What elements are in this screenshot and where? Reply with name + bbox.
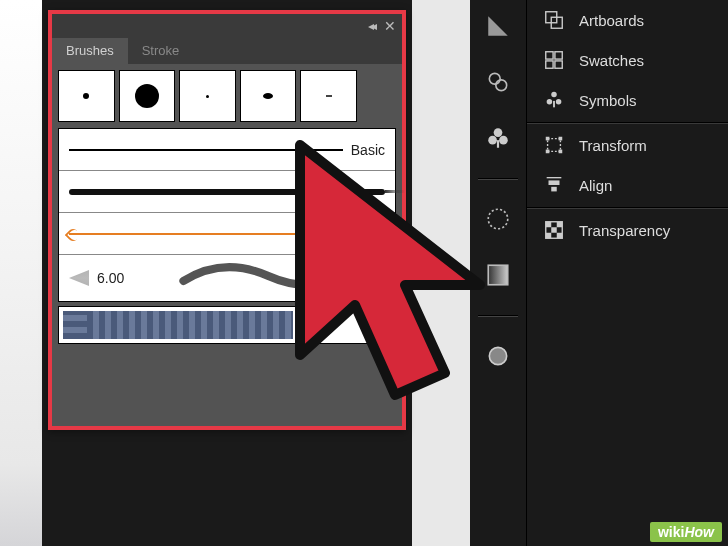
svg-point-6 bbox=[488, 209, 508, 229]
svg-point-0 bbox=[489, 73, 500, 84]
wikihow-watermark: wikiHow bbox=[650, 522, 722, 542]
brush-swatch-tiny-round[interactable] bbox=[179, 70, 236, 122]
svg-rect-30 bbox=[557, 222, 563, 228]
panel-tabs: Brushes Stroke bbox=[52, 38, 402, 64]
menu-artboards[interactable]: Artboards bbox=[527, 0, 728, 40]
wave-preview bbox=[152, 261, 385, 295]
links-icon[interactable] bbox=[482, 66, 514, 98]
brush-basic[interactable]: Basic bbox=[59, 129, 395, 171]
menu-label: Align bbox=[579, 177, 612, 194]
menu-transparency[interactable]: Transparency bbox=[527, 210, 728, 250]
appearance-icon[interactable] bbox=[482, 340, 514, 372]
svg-point-18 bbox=[556, 99, 562, 105]
svg-rect-23 bbox=[546, 150, 550, 154]
svg-rect-20 bbox=[548, 139, 561, 152]
collapse-icon[interactable]: ◂◂ bbox=[368, 19, 374, 33]
brush-swatch-flat[interactable] bbox=[300, 70, 357, 122]
brush-width-profile[interactable]: 6.00 bbox=[59, 255, 395, 301]
arrow-line-icon bbox=[69, 233, 385, 235]
transparency-icon bbox=[543, 219, 565, 241]
brushes-panel: ◂◂ ✕ Brushes Stroke Basic 6.00 bbox=[48, 10, 406, 430]
svg-rect-22 bbox=[559, 137, 563, 141]
menu-label: Transparency bbox=[579, 222, 670, 239]
menu-label: Transform bbox=[579, 137, 647, 154]
panel-header: ◂◂ ✕ bbox=[52, 14, 402, 38]
tool-divider bbox=[478, 315, 518, 316]
svg-point-4 bbox=[499, 136, 508, 145]
stroke-dashed-icon[interactable] bbox=[482, 203, 514, 235]
right-dock: Artboards Swatches Symbols Transform Ali… bbox=[470, 0, 728, 546]
svg-point-1 bbox=[496, 80, 507, 91]
transform-icon bbox=[543, 134, 565, 156]
brush-swatch-row bbox=[58, 70, 396, 122]
brush-swatch-small-round[interactable] bbox=[58, 70, 115, 122]
svg-rect-5 bbox=[497, 140, 499, 148]
charcoal-icon bbox=[69, 189, 385, 195]
artboards-icon bbox=[543, 9, 565, 31]
svg-point-3 bbox=[488, 136, 497, 145]
close-icon[interactable]: ✕ bbox=[384, 18, 396, 34]
svg-rect-24 bbox=[559, 150, 563, 154]
svg-rect-19 bbox=[553, 101, 555, 107]
watermark-suffix: How bbox=[684, 524, 714, 540]
line-icon bbox=[69, 149, 343, 151]
svg-rect-21 bbox=[546, 137, 550, 141]
menu-label: Symbols bbox=[579, 92, 637, 109]
tab-stroke[interactable]: Stroke bbox=[128, 38, 194, 64]
dock-gap bbox=[412, 0, 470, 546]
svg-rect-33 bbox=[557, 233, 563, 239]
svg-point-2 bbox=[494, 128, 503, 137]
svg-rect-7 bbox=[488, 265, 508, 285]
brush-pattern-border[interactable] bbox=[58, 306, 396, 344]
pattern-preview-icon bbox=[63, 311, 293, 339]
tool-icon-column bbox=[470, 0, 526, 546]
brush-list: Basic 6.00 bbox=[58, 128, 396, 302]
svg-rect-27 bbox=[551, 187, 557, 192]
svg-rect-32 bbox=[546, 233, 552, 239]
svg-rect-13 bbox=[555, 52, 562, 59]
menu-divider bbox=[527, 122, 728, 123]
brush-basic-label: Basic bbox=[351, 142, 385, 158]
svg-rect-15 bbox=[555, 61, 562, 68]
menu-swatches[interactable]: Swatches bbox=[527, 40, 728, 80]
swatches-icon bbox=[543, 49, 565, 71]
svg-point-17 bbox=[547, 99, 553, 105]
tool-divider bbox=[478, 178, 518, 179]
brush-charcoal[interactable] bbox=[59, 171, 395, 213]
menu-align[interactable]: Align bbox=[527, 165, 728, 205]
menu-label: Artboards bbox=[579, 12, 644, 29]
menu-divider bbox=[527, 207, 728, 208]
menu-column: Artboards Swatches Symbols Transform Ali… bbox=[526, 0, 728, 546]
svg-rect-31 bbox=[551, 227, 557, 233]
svg-rect-14 bbox=[546, 61, 553, 68]
menu-transform[interactable]: Transform bbox=[527, 125, 728, 165]
svg-point-16 bbox=[551, 92, 557, 98]
color-guide-icon[interactable] bbox=[482, 10, 514, 42]
menu-symbols[interactable]: Symbols bbox=[527, 80, 728, 120]
brush-swatch-oval[interactable] bbox=[240, 70, 297, 122]
width-value: 6.00 bbox=[97, 270, 124, 286]
canvas-edge bbox=[0, 0, 42, 546]
svg-rect-12 bbox=[546, 52, 553, 59]
menu-label: Swatches bbox=[579, 52, 644, 69]
swatch-spacer bbox=[361, 70, 396, 122]
svg-rect-26 bbox=[549, 180, 560, 185]
brush-arrow-ornament[interactable] bbox=[59, 213, 395, 255]
tab-brushes[interactable]: Brushes bbox=[52, 38, 128, 64]
gradient-icon[interactable] bbox=[482, 259, 514, 291]
symbols-club-icon[interactable] bbox=[482, 122, 514, 154]
horn-icon bbox=[69, 270, 89, 286]
align-icon bbox=[543, 174, 565, 196]
brush-swatch-large-round[interactable] bbox=[119, 70, 176, 122]
symbols-icon bbox=[543, 89, 565, 111]
watermark-brand: wiki bbox=[658, 524, 684, 540]
svg-rect-29 bbox=[546, 222, 552, 228]
